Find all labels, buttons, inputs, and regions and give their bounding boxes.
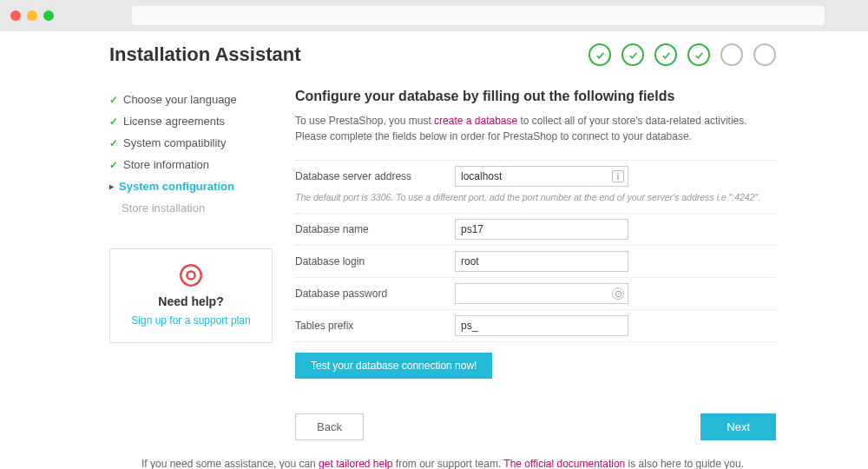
tailored-help-link[interactable]: get tailored help — [319, 458, 392, 469]
step-label: Store installation — [122, 201, 205, 215]
test-connection-button[interactable]: Test your database connection now! — [295, 353, 492, 379]
address-bar[interactable] — [132, 6, 825, 25]
minimize-window-button[interactable] — [27, 10, 37, 21]
db-password-label: Database password — [295, 287, 455, 300]
next-button[interactable]: Next — [700, 413, 776, 440]
page-content: Installation Assistant Choose your langu… — [0, 31, 868, 469]
row-db-server: Database server address i — [295, 160, 776, 192]
progress-step-1 — [589, 43, 611, 66]
step-label: Choose your language — [123, 93, 237, 106]
lifebuoy-icon — [179, 263, 203, 287]
footer: If you need some assistance, you can get… — [109, 440, 776, 469]
page-header: Installation Assistant — [109, 31, 776, 73]
footer-mid: from our support team. — [393, 458, 504, 469]
close-window-button[interactable] — [10, 10, 21, 21]
step-label: System compatibility — [123, 136, 226, 149]
step-label: Store information — [123, 158, 209, 171]
maximize-window-button[interactable] — [43, 10, 54, 21]
row-db-login: Database login — [295, 245, 776, 277]
step-store-info[interactable]: Store information — [109, 154, 273, 175]
db-login-label: Database login — [295, 255, 455, 268]
svg-point-3 — [187, 271, 194, 279]
check-icon — [595, 50, 606, 61]
check-icon — [628, 50, 639, 61]
intro-text: To use PrestaShop, you must create a dat… — [295, 113, 776, 144]
check-icon — [661, 50, 672, 61]
row-db-server-hint: The default port is 3306. To use a diffe… — [295, 192, 776, 213]
step-compatibility[interactable]: System compatibility — [109, 132, 273, 154]
sidebar: Choose your language License agreements … — [109, 89, 273, 440]
progress-step-4 — [687, 43, 710, 66]
documentation-link[interactable]: The official documentation — [503, 458, 625, 469]
db-prefix-input[interactable] — [455, 315, 628, 336]
help-link[interactable]: Sign up for a support plan — [131, 314, 250, 328]
row-db-prefix: Tables prefix — [295, 309, 776, 342]
main-title: Configure your database by filling out t… — [295, 89, 776, 104]
step-label: System configuration — [119, 180, 234, 193]
footer-prefix: If you need some assistance, you can — [141, 458, 319, 469]
steps-list: Choose your language License agreements … — [109, 89, 273, 219]
page-body: Choose your language License agreements … — [109, 73, 776, 440]
db-prefix-label: Tables prefix — [295, 320, 455, 332]
progress-step-2 — [621, 43, 644, 66]
db-login-input[interactable] — [455, 251, 628, 272]
db-name-input[interactable] — [455, 219, 628, 240]
create-database-link[interactable]: create a database — [434, 115, 517, 127]
row-db-password: Database password ⊙ — [295, 277, 776, 309]
step-license[interactable]: License agreements — [109, 110, 273, 132]
back-button[interactable]: Back — [295, 413, 364, 440]
help-title: Need help? — [119, 294, 263, 308]
row-db-name: Database name — [295, 213, 776, 245]
help-box: Need help? Sign up for a support plan — [109, 248, 273, 343]
db-server-hint: The default port is 3306. To use a diffe… — [295, 192, 760, 208]
step-store-install: Store installation — [109, 197, 273, 219]
step-label: License agreements — [123, 115, 225, 128]
db-server-label: Database server address — [295, 170, 455, 182]
check-icon — [694, 50, 705, 61]
step-language[interactable]: Choose your language — [109, 89, 273, 110]
nav-buttons: Back Next — [295, 413, 776, 440]
page-title: Installation Assistant — [109, 43, 300, 66]
db-name-label: Database name — [295, 223, 455, 235]
main-panel: Configure your database by filling out t… — [295, 89, 776, 440]
info-icon[interactable]: i — [612, 170, 624, 182]
db-server-input[interactable] — [455, 166, 628, 187]
window-controls — [10, 10, 54, 21]
progress-step-5 — [720, 43, 743, 66]
progress-step-3 — [654, 43, 677, 66]
db-password-input[interactable] — [455, 283, 628, 304]
progress-step-6 — [753, 43, 776, 66]
footer-suffix: is also here to guide you. — [625, 458, 744, 469]
app-window: Installation Assistant Choose your langu… — [0, 0, 868, 469]
keyring-icon[interactable]: ⊙ — [612, 287, 624, 300]
intro-prefix: To use PrestaShop, you must — [295, 115, 434, 127]
step-system-config[interactable]: System configuration — [109, 175, 273, 197]
progress-circles — [589, 43, 776, 66]
titlebar — [0, 0, 868, 31]
